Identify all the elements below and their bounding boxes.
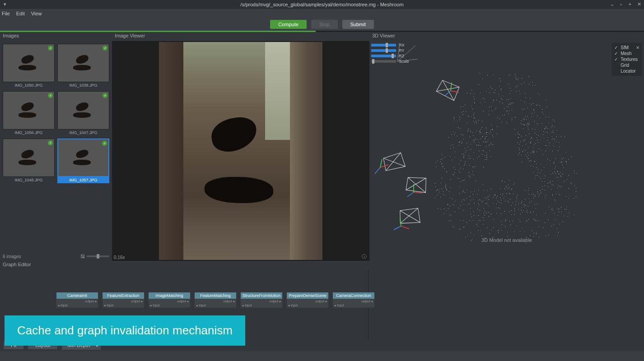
graph-node[interactable]: ImageMatchingoutput ●● input — [149, 292, 190, 308]
image-thumb[interactable]: ✓IMG_1047.JPG — [57, 91, 109, 136]
graph-node[interactable]: FeatureMatchingoutput ●● input — [195, 292, 236, 308]
graph-node[interactable]: StructureFromMotionoutput ●● input — [241, 292, 282, 308]
images-count: 6 images — [3, 254, 21, 259]
images-panel: Images ✓IMG_1050.JPG✓IMG_1038.JPG✓IMG_10… — [0, 32, 112, 261]
window-title: /s/prods/mvg/_source_global/samples/yal/… — [240, 2, 403, 7]
action-bar: Compute Stop Submit — [0, 18, 644, 31]
graph-node[interactable]: CameraInitoutput ●● input — [56, 292, 98, 308]
close-icon[interactable]: ✕ — [636, 45, 639, 50]
thumb-name: IMG_1047.JPG — [57, 130, 109, 136]
point-cloud — [428, 73, 582, 261]
check-icon: ✓ — [103, 46, 107, 51]
image-thumb[interactable]: ✓IMG_1057.JPG — [57, 139, 109, 183]
images-footer: 6 images 🖫 — [0, 252, 112, 261]
graph-node[interactable]: FeatureExtractionoutput ●● input — [103, 292, 144, 308]
menu-edit[interactable]: Edit — [16, 11, 25, 16]
thumb-name: IMG_1038.JPG — [57, 82, 109, 88]
svg-line-26 — [394, 226, 401, 230]
model-status: 3D Model not available — [369, 237, 644, 243]
image-thumb[interactable]: ✓IMG_1050.JPG — [3, 44, 55, 88]
viewer3d-body[interactable]: RX RY RZ Scale ✓SfM✕ ✓Mesh ✓Textures Gri… — [369, 41, 644, 261]
node-title: FeatureMatching — [195, 292, 236, 299]
layer-locator[interactable]: Locator — [614, 68, 639, 74]
nodes-row: CameraInitoutput ●● inputFeatureExtracti… — [56, 292, 374, 308]
node-title: ImageMatching — [149, 292, 190, 299]
images-grid[interactable]: ✓IMG_1050.JPG✓IMG_1038.JPG✓IMG_1056.JPG✓… — [0, 41, 112, 252]
viewer3d-header: 3D Viewer — [369, 32, 644, 41]
graph-editor-header: Graph Editor — [0, 261, 644, 270]
node-title: PrepareDenseScene — [287, 292, 328, 299]
layer-textures[interactable]: ✓Textures — [614, 56, 639, 62]
submit-button[interactable]: Submit — [342, 20, 374, 29]
save-icon[interactable]: 🖫 — [80, 254, 85, 259]
check-icon: ✓ — [48, 46, 53, 51]
svg-line-24 — [401, 226, 409, 229]
image-viewer-body[interactable]: 0.16x ⓘ — [112, 41, 369, 261]
stop-button[interactable]: Stop — [311, 20, 338, 29]
menu-file[interactable]: File — [2, 11, 10, 16]
thumb-name: IMG_1050.JPG — [3, 82, 55, 88]
axis-gizmo-icon — [405, 183, 423, 201]
axis-gizmo-icon — [371, 158, 389, 176]
thumb-name: IMG_1057.JPG — [57, 177, 109, 183]
zoom-label: 0.16x — [114, 255, 125, 260]
axis-preview-icon — [393, 41, 420, 64]
node-title: StructureFromMotion — [241, 292, 282, 299]
image-viewer-header: Image Viewer — [112, 32, 369, 41]
check-icon: ✓ — [48, 140, 53, 145]
graph-node[interactable]: PrepareDenseSceneoutput ●● input — [287, 292, 328, 308]
minimize-icon[interactable]: ⌄ — [609, 1, 615, 7]
svg-line-19 — [380, 159, 382, 167]
check-icon: ✓ — [102, 141, 107, 146]
maximize-icon[interactable]: ⬦ — [618, 1, 624, 7]
thumb-name: IMG_1048.JPG — [3, 177, 55, 183]
window-titlebar: ▾ /s/prods/mvg/_source_global/samples/ya… — [0, 0, 644, 9]
thumb-size-slider[interactable] — [87, 255, 109, 257]
axis-gizmo-icon — [392, 217, 410, 235]
svg-line-20 — [375, 167, 380, 174]
node-title: CameraConnection — [333, 292, 374, 299]
layers-panel: ✓SfM✕ ✓Mesh ✓Textures Grid Locator — [611, 43, 642, 76]
svg-line-23 — [407, 192, 414, 197]
svg-line-21 — [414, 192, 422, 193]
main-image — [159, 42, 322, 260]
compute-button[interactable]: Compute — [270, 20, 307, 29]
svg-line-18 — [380, 165, 388, 167]
menu-view[interactable]: View — [31, 11, 42, 16]
image-viewer-panel: Image Viewer 0.16x ⓘ — [112, 32, 369, 261]
thumb-name: IMG_1056.JPG — [3, 130, 55, 136]
info-icon[interactable]: ⓘ — [362, 253, 367, 260]
layer-sfm[interactable]: ✓SfM✕ — [614, 45, 639, 51]
slider-rx[interactable] — [371, 44, 396, 46]
restore-icon[interactable]: + — [627, 1, 633, 7]
main-area: Images ✓IMG_1050.JPG✓IMG_1038.JPG✓IMG_10… — [0, 32, 644, 261]
check-icon: ✓ — [48, 93, 53, 98]
orientation-sliders: RX RY RZ Scale — [371, 43, 409, 64]
image-thumb[interactable]: ✓IMG_1038.JPG — [57, 44, 109, 88]
node-title: FeatureExtraction — [103, 292, 144, 299]
app-icon: ▾ — [2, 1, 8, 7]
slider-scale[interactable] — [371, 60, 396, 63]
image-thumb[interactable]: ✓IMG_1048.JPG — [3, 139, 55, 183]
slider-ry[interactable] — [371, 49, 396, 52]
svg-line-0 — [397, 46, 415, 61]
layer-mesh[interactable]: ✓Mesh — [614, 51, 639, 56]
close-icon[interactable]: ✕ — [636, 1, 642, 7]
svg-line-25 — [400, 218, 401, 226]
node-title: CameraInit — [56, 292, 98, 299]
image-thumb[interactable]: ✓IMG_1056.JPG — [3, 91, 55, 136]
graph-node[interactable]: CameraConnectionoutput ●● input — [333, 292, 374, 308]
svg-line-1 — [397, 59, 418, 61]
check-icon: ✓ — [103, 93, 107, 98]
menu-bar: File Edit View — [0, 9, 644, 18]
progress-fill — [0, 31, 316, 32]
layer-grid[interactable]: Grid — [614, 62, 639, 68]
viewer3d-panel: 3D Viewer RX RY RZ Scale ✓SfM✕ ✓Mesh ✓Te… — [369, 32, 644, 261]
presentation-caption: Cache and graph invalidation mechanism — [5, 315, 245, 346]
images-panel-header: Images — [0, 32, 112, 41]
slider-rz[interactable] — [371, 55, 396, 57]
svg-line-2 — [397, 43, 400, 61]
